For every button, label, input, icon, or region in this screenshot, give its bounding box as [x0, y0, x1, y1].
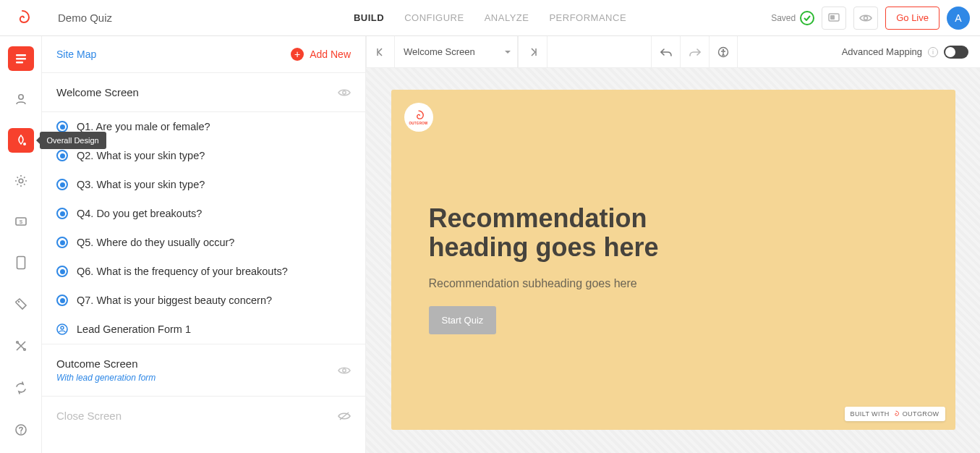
preview-logo: OUTGROW — [404, 103, 433, 132]
svg-point-8 — [19, 179, 23, 183]
close-screen-section[interactable]: Close Screen — [42, 397, 365, 435]
svg-rect-1 — [830, 15, 835, 20]
go-live-button[interactable]: Go Live — [885, 7, 939, 30]
preview-logo-text: OUTGROW — [409, 122, 427, 125]
radio-icon — [56, 208, 68, 219]
rail-payment-icon[interactable]: $ — [8, 209, 34, 234]
welcome-screen-section[interactable]: Welcome Screen — [42, 73, 365, 112]
tab-build[interactable]: BUILD — [354, 1, 384, 35]
rail-tag-icon[interactable] — [8, 291, 34, 317]
saved-label: Saved — [771, 13, 796, 23]
svg-point-25 — [723, 48, 724, 50]
svg-rect-5 — [16, 62, 23, 64]
visibility-icon[interactable] — [338, 366, 351, 375]
question-item[interactable]: Q3. What is your skin type? — [42, 170, 365, 199]
user-avatar[interactable]: A — [947, 7, 970, 30]
app-logo[interactable] — [12, 7, 33, 29]
rail-mobile-icon[interactable] — [8, 250, 34, 275]
redo-button[interactable] — [680, 36, 709, 68]
tab-analyze[interactable]: ANALYZE — [485, 1, 529, 35]
svg-text:$: $ — [19, 219, 22, 225]
preview-card[interactable]: OUTGROW Recommendation heading goes here… — [391, 90, 955, 430]
svg-rect-4 — [16, 58, 26, 60]
sitemap-title[interactable]: Site Map — [56, 48, 96, 60]
outcome-title: Outcome Screen — [56, 357, 155, 370]
next-screen-button[interactable] — [519, 36, 547, 68]
question-label: Q4. Do you get breakouts? — [77, 208, 202, 219]
svg-point-6 — [18, 95, 22, 99]
rail-help-icon[interactable] — [8, 417, 34, 443]
rail-design-icon[interactable]: Overall Design — [8, 128, 34, 153]
preview-button[interactable] — [853, 7, 878, 30]
add-new-label: Add New — [310, 48, 351, 60]
svg-point-7 — [23, 143, 26, 145]
outcome-subtitle: With lead generation form — [56, 373, 155, 383]
advanced-mapping-label: Advanced Mapping — [842, 46, 922, 57]
outcome-screen-section[interactable]: Outcome Screen With lead generation form — [42, 344, 365, 397]
badge-brand: OUTGROW — [903, 410, 939, 418]
undo-button[interactable] — [651, 36, 680, 68]
question-item[interactable]: Q6. What is the frequency of your breako… — [42, 257, 365, 286]
preview-heading[interactable]: Recommendation heading goes here — [429, 204, 740, 263]
hidden-icon[interactable] — [338, 411, 351, 421]
radio-icon — [56, 121, 68, 132]
svg-point-12 — [17, 301, 19, 302]
device-toggle-button[interactable] — [822, 7, 846, 30]
svg-rect-3 — [16, 54, 26, 56]
welcome-screen-title: Welcome Screen — [56, 86, 139, 98]
svg-point-20 — [343, 368, 346, 371]
accessibility-button[interactable] — [709, 36, 738, 68]
prev-screen-button[interactable] — [366, 36, 395, 68]
plus-icon: + — [291, 48, 304, 61]
lead-form-item[interactable]: Lead Generation Form 1 — [42, 315, 365, 344]
radio-icon — [56, 266, 68, 277]
add-new-button[interactable]: + Add New — [291, 48, 351, 61]
rail-tools-icon[interactable] — [8, 333, 34, 359]
svg-point-16 — [20, 433, 22, 434]
svg-point-17 — [343, 90, 346, 93]
close-screen-label: Close Screen — [56, 410, 122, 422]
rail-design-tooltip: Overall Design — [40, 132, 106, 149]
saved-check-icon — [800, 11, 814, 25]
rail-settings-icon[interactable] — [8, 169, 34, 193]
built-with-badge[interactable]: BUILT WITH OUTGROW — [845, 407, 945, 421]
tab-performance[interactable]: PERFORMANCE — [549, 1, 626, 35]
canvas-area: OUTGROW Recommendation heading goes here… — [366, 68, 980, 453]
sitemap-panel: Site Map + Add New Welcome Screen Q1. A — [42, 36, 366, 453]
radio-icon — [56, 237, 68, 248]
question-item[interactable]: Q5. Where do they usually occur? — [42, 228, 365, 257]
question-label: Q7. What is your biggest beauty concern? — [77, 295, 272, 306]
canvas-toolbar: Welcome Screen Advanced Ma — [366, 36, 980, 68]
question-item[interactable]: Q4. Do you get breakouts? — [42, 199, 365, 228]
radio-icon — [56, 179, 68, 190]
radio-icon — [56, 295, 68, 306]
question-label: Q3. What is your skin type? — [77, 179, 205, 190]
advanced-mapping-toggle[interactable] — [944, 46, 968, 59]
preview-subheading[interactable]: Recommendation subheading goes here — [429, 277, 926, 290]
left-rail: Overall Design $ — [0, 36, 42, 453]
question-label: Q1. Are you male or female? — [77, 121, 210, 132]
rail-sync-icon[interactable] — [8, 375, 34, 401]
svg-point-19 — [61, 326, 64, 329]
svg-rect-11 — [17, 256, 25, 268]
rail-user-icon[interactable] — [8, 87, 34, 111]
saved-indicator: Saved — [771, 11, 814, 25]
svg-point-2 — [864, 16, 868, 20]
question-item[interactable]: Q7. What is your biggest beauty concern? — [42, 286, 365, 315]
lead-form-icon — [56, 323, 68, 335]
info-icon[interactable]: i — [928, 47, 938, 57]
question-label: Q2. What is your skin type? — [77, 150, 205, 161]
project-title: Demo Quiz — [58, 12, 112, 24]
tab-configure[interactable]: CONFIGURE — [404, 1, 464, 35]
screen-select[interactable]: Welcome Screen — [395, 36, 518, 68]
question-label: Q5. Where do they usually occur? — [77, 237, 234, 248]
start-quiz-button[interactable]: Start Quiz — [429, 306, 497, 334]
question-label: Q6. What is the frequency of your breako… — [77, 266, 288, 277]
radio-icon — [56, 150, 68, 161]
lead-form-label: Lead Generation Form 1 — [77, 323, 191, 335]
rail-content-icon[interactable] — [8, 46, 34, 71]
badge-prefix: BUILT WITH — [851, 410, 890, 418]
visibility-icon[interactable] — [338, 88, 351, 97]
